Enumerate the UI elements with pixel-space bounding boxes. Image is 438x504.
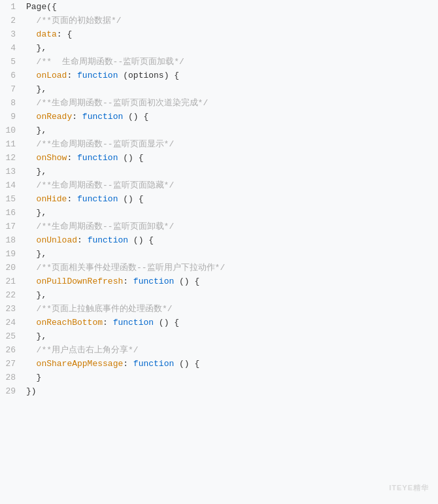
code-token: () {	[118, 153, 143, 163]
code-token: (options) {	[118, 71, 179, 80]
line-content: },	[24, 247, 438, 261]
line-number: 8	[0, 96, 24, 110]
line-content: /** 生命周期函数--监听页面加载*/	[24, 55, 438, 69]
code-token: :	[123, 359, 133, 369]
table-row: 7 },	[0, 82, 438, 96]
table-row: 19 },	[0, 247, 438, 261]
line-number: 14	[0, 178, 24, 192]
code-token: /**页面相关事件处理函数--监听用户下拉动作*/	[37, 263, 226, 273]
table-row: 9 onReady: function () {	[0, 110, 438, 124]
table-row: 13 },	[0, 165, 438, 178]
code-token: }	[26, 373, 41, 382]
code-token: onLoad	[37, 71, 67, 80]
table-row: 29})	[0, 384, 438, 398]
code-token: () {	[128, 235, 154, 245]
code-token: function	[82, 112, 123, 122]
code-token: function	[77, 153, 118, 163]
line-number: 22	[0, 288, 24, 302]
line-number: 28	[0, 371, 24, 384]
line-number: 6	[0, 69, 24, 82]
code-token: function	[77, 194, 118, 204]
code-token: :	[67, 71, 77, 80]
code-token: /**页面的初始数据*/	[37, 16, 122, 25]
table-row: 11 /**生命周期函数--监听页面显示*/	[0, 137, 438, 151]
line-content: /**页面的初始数据*/	[24, 14, 438, 27]
line-content: }	[24, 371, 438, 384]
code-token: :	[103, 318, 113, 328]
line-content: /**生命周期函数--监听页面显示*/	[24, 137, 438, 151]
table-row: 8 /**生命周期函数--监听页面初次道染完成*/	[0, 96, 438, 110]
line-number: 20	[0, 261, 24, 275]
code-token: onShow	[37, 153, 67, 163]
table-row: 1Page({	[0, 0, 438, 14]
code-token	[26, 222, 37, 231]
table-row: 2 /**页面的初始数据*/	[0, 14, 438, 27]
table-row: 14 /**生命周期函数--监听页面隐藏*/	[0, 178, 438, 192]
code-token: onShareAppMessage	[37, 359, 124, 369]
table-row: 27 onShareAppMessage: function () {	[0, 357, 438, 371]
code-token	[26, 98, 37, 108]
line-content: /**生命周期函数--监听页面隐藏*/	[24, 178, 438, 192]
table-row: 28 }	[0, 371, 438, 384]
line-number: 16	[0, 206, 24, 220]
code-token: onReachBottom	[37, 318, 103, 328]
code-token: function	[133, 359, 174, 369]
line-content: },	[24, 82, 438, 96]
code-token: /**页面上拉触底事件的处理函数*/	[37, 304, 173, 314]
code-token: :	[123, 277, 133, 286]
line-content: },	[24, 41, 438, 55]
table-row: 6 onLoad: function (options) {	[0, 69, 438, 82]
code-token: :	[72, 112, 82, 122]
line-content: onReady: function () {	[24, 110, 438, 124]
code-token	[26, 345, 37, 355]
code-token: /**生命周期函数--监听页面显示*/	[37, 139, 175, 149]
line-number: 19	[0, 247, 24, 261]
code-token: onReady	[37, 112, 73, 122]
table-row: 23 /**页面上拉触底事件的处理函数*/	[0, 302, 438, 316]
code-token	[26, 139, 37, 149]
line-content: },	[24, 124, 438, 137]
code-token: :	[67, 194, 77, 204]
line-content: },	[24, 288, 438, 302]
code-token	[26, 359, 37, 369]
line-content: onHide: function () {	[24, 192, 438, 206]
code-token: onHide	[37, 194, 67, 204]
code-token: onUnload	[37, 235, 77, 245]
code-token: :	[67, 153, 77, 163]
code-token	[26, 263, 37, 273]
table-row: 12 onShow: function () {	[0, 151, 438, 165]
line-content: /**页面相关事件处理函数--监听用户下拉动作*/	[24, 261, 438, 275]
table-row: 17 /**生命周期函数--监听页面卸载*/	[0, 220, 438, 233]
table-row: 25 },	[0, 329, 438, 343]
table-row: 16 },	[0, 206, 438, 220]
line-number: 17	[0, 220, 24, 233]
line-number: 13	[0, 165, 24, 178]
line-content: onUnload: function () {	[24, 233, 438, 247]
line-content: onShareAppMessage: function () {	[24, 357, 438, 371]
code-token: },	[26, 167, 46, 176]
line-number: 12	[0, 151, 24, 165]
line-number: 18	[0, 233, 24, 247]
code-token	[26, 277, 37, 286]
table-row: 20 /**页面相关事件处理函数--监听用户下拉动作*/	[0, 261, 438, 275]
line-number: 15	[0, 192, 24, 206]
code-token: function	[88, 235, 128, 245]
line-content: onReachBottom: function () {	[24, 316, 438, 329]
line-number: 23	[0, 302, 24, 316]
table-row: 22 },	[0, 288, 438, 302]
line-content: /**用户点击右上角分享*/	[24, 343, 438, 357]
code-token	[26, 16, 37, 25]
code-editor: 1Page({2 /**页面的初始数据*/3 data: {4 },5 /** …	[0, 0, 438, 504]
code-token: () {	[123, 112, 148, 122]
line-content: /**页面上拉触底事件的处理函数*/	[24, 302, 438, 316]
table-row: 21 onPullDownRefresh: function () {	[0, 275, 438, 288]
line-number: 9	[0, 110, 24, 124]
code-token: },	[26, 208, 46, 218]
code-token: /**生命周期函数--监听页面隐藏*/	[37, 180, 175, 190]
code-token	[26, 57, 37, 67]
table-row: 5 /** 生命周期函数--监听页面加载*/	[0, 55, 438, 69]
line-number: 25	[0, 329, 24, 343]
table-row: 4 },	[0, 41, 438, 55]
line-content: })	[24, 384, 438, 398]
code-token: },	[26, 84, 46, 94]
